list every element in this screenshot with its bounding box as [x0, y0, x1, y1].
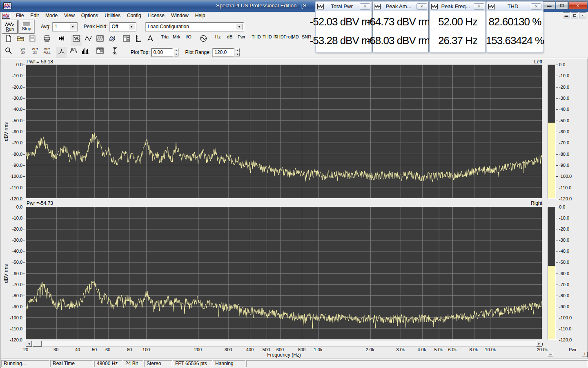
thd-button[interactable]: THD — [251, 35, 262, 46]
display-options-button[interactable] — [121, 35, 132, 46]
bar-plot-button[interactable] — [80, 47, 91, 58]
y-tick-mark — [556, 285, 558, 285]
minimize-button[interactable]: ▬ — [543, 1, 555, 9]
spinner-up-icon[interactable]: ▲ — [174, 48, 178, 52]
y-tick-mark — [23, 76, 25, 76]
spinner-down-icon[interactable]: ▼ — [235, 52, 240, 56]
chevron-down-icon[interactable]: ▼ — [69, 23, 76, 30]
signal-generator-button[interactable] — [198, 35, 209, 46]
menu-item-file[interactable]: File — [13, 12, 27, 19]
scrollbar-thumb[interactable] — [33, 341, 42, 347]
zoom-in-2x-button[interactable]: IN2X — [18, 47, 29, 58]
y-tick-mark — [23, 121, 25, 121]
spectrum-plot-right[interactable] — [26, 207, 542, 340]
scroll-right-arrow[interactable]: ► — [536, 341, 542, 347]
avg-select[interactable]: 1 ▼ — [53, 22, 77, 31]
menu-item-options[interactable]: Options — [78, 12, 101, 19]
spectrogram-view-button[interactable] — [94, 35, 105, 46]
menu-item-help[interactable]: Help — [192, 12, 209, 19]
menu-item-mode[interactable]: Mode — [42, 12, 61, 19]
y-tick-label: -20.0 — [4, 227, 22, 231]
print-button[interactable] — [41, 35, 52, 46]
imd-button[interactable]: IMD — [289, 35, 300, 46]
peak-hold-select[interactable]: Off ▼ — [110, 22, 136, 31]
close-icon[interactable]: ✕ — [416, 3, 427, 10]
thd-n-button[interactable]: THD+N — [263, 35, 274, 46]
magnifier-icon — [5, 50, 12, 55]
step-plot-button[interactable] — [68, 47, 79, 58]
y-tick-label: 0.0 — [559, 62, 578, 67]
y-tick-label: -70.0 — [559, 282, 578, 287]
pwr-units-button[interactable]: Pwr — [236, 35, 247, 46]
thd-freq-button[interactable]: THDFreq — [274, 35, 285, 46]
x-tick-label: 20.0k — [537, 347, 548, 352]
run-button[interactable]: Run — [2, 20, 18, 34]
mdi-close-button[interactable]: × — [579, 12, 586, 18]
stop-button[interactable]: Stop — [19, 20, 34, 34]
panel-header[interactable]: THD✕ — [487, 2, 543, 11]
spectrum-trace — [26, 281, 542, 329]
scaling-button[interactable] — [133, 35, 144, 46]
close-icon[interactable]: ✕ — [360, 3, 370, 10]
status-section-2: 48000 Hz — [94, 360, 122, 367]
spectrum-view-button[interactable] — [71, 35, 82, 46]
io-button[interactable]: I/O — [183, 35, 194, 46]
panel-header[interactable]: Peak Am...✕ — [373, 2, 428, 11]
spinner-down-icon[interactable]: ▼ — [174, 52, 178, 56]
chevron-down-icon[interactable]: ▼ — [236, 23, 243, 30]
close-button[interactable]: × — [568, 1, 587, 9]
panel-header[interactable]: Total Pwr✕ — [316, 2, 372, 11]
shrink-button[interactable]: – — [548, 352, 553, 357]
close-icon[interactable]: ✕ — [531, 3, 541, 10]
menu-item-utilities[interactable]: Utilities — [101, 12, 124, 19]
new-file-button[interactable] — [3, 35, 14, 46]
open-file-button[interactable] — [15, 35, 26, 46]
surface-view-button[interactable] — [106, 35, 117, 46]
y-tick-label: 0.0 — [4, 62, 22, 67]
plot-top-input[interactable] — [151, 48, 173, 56]
db-units-button[interactable]: dB — [224, 35, 235, 46]
scroll-left-arrow[interactable]: ◄ — [26, 341, 32, 347]
line-plot-button[interactable] — [56, 47, 67, 58]
expand-button[interactable]: + — [582, 352, 588, 357]
panel-header[interactable]: Peak Freq...✕ — [430, 2, 486, 11]
plot-top-spinner[interactable]: ▲▼ — [174, 48, 178, 56]
measure-button[interactable] — [145, 35, 156, 46]
menu-item-view[interactable]: View — [61, 12, 78, 19]
y-tick-label: -10.0 — [4, 215, 22, 220]
y-tick-mark — [556, 307, 558, 307]
mdi-restore-button[interactable] — [571, 12, 578, 18]
measurement-panel-thd: THD✕82.60130 %153.63424 % — [487, 2, 543, 52]
client-area-edge — [0, 58, 588, 58]
frequency-scrollbar[interactable] — [26, 341, 542, 347]
load-configuration-select[interactable]: Load Configuration ▼ — [146, 22, 244, 31]
x-tick-label: 2.0k — [366, 347, 374, 352]
mdi-minimize-button[interactable]: ▬ — [563, 12, 570, 18]
spinner-up-icon[interactable]: ▲ — [235, 48, 240, 52]
vertical-range-button[interactable] — [109, 47, 120, 58]
close-icon[interactable]: ✕ — [474, 3, 484, 10]
run-label: un — [9, 27, 14, 31]
spectrum-plot-left[interactable] — [26, 65, 542, 199]
menu-item-window[interactable]: Window — [168, 12, 192, 19]
plot-range-input[interactable] — [213, 48, 234, 56]
plot-options-button[interactable] — [94, 47, 105, 58]
stop-label: top — [25, 26, 31, 31]
menu-item-license[interactable]: License — [145, 12, 168, 19]
panel-value-right: -53.28 dBV rms — [316, 32, 372, 49]
zoom-button[interactable] — [3, 47, 14, 58]
chevron-down-icon[interactable]: ▼ — [128, 23, 135, 30]
hz-units-button[interactable]: Hz — [212, 35, 223, 46]
time-series-view-button[interactable] — [82, 35, 94, 46]
plot-range-spinner[interactable]: ▲▼ — [235, 48, 240, 56]
y-tick-label: -110.0 — [559, 185, 578, 190]
restore-button[interactable] — [556, 1, 568, 9]
trigger-button[interactable]: Trig — [159, 35, 170, 46]
mdi-child-icon — [2, 13, 10, 19]
zoom-out-full-button[interactable]: OUTFULL — [41, 47, 52, 58]
menu-item-edit[interactable]: Edit — [27, 12, 42, 19]
menu-item-config[interactable]: Config — [124, 12, 145, 19]
zoom-out-2x-button[interactable]: OUT2X — [29, 47, 40, 58]
marker-button[interactable]: Mrk — [171, 35, 182, 46]
playback-speed-button[interactable] — [56, 35, 67, 46]
